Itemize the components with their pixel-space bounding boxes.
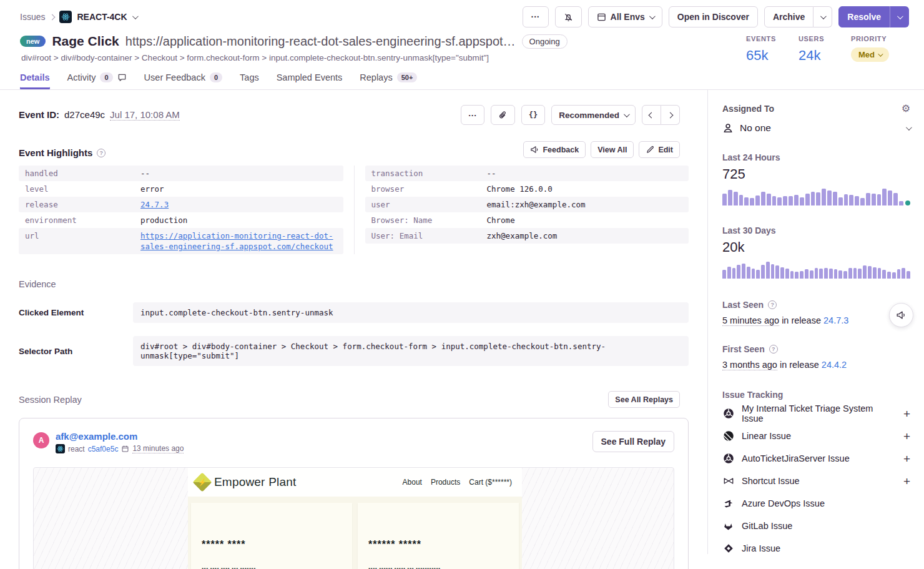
breadcrumb-issues-link[interactable]: Issues bbox=[20, 12, 45, 22]
tab-sampled-events[interactable]: Sampled Events bbox=[277, 72, 343, 89]
topbar-actions: ··· All Envs Open in Discover Archive Re… bbox=[523, 6, 909, 27]
bell-slash-icon bbox=[564, 12, 573, 22]
resolve-split-button: Resolve bbox=[838, 6, 909, 27]
spark-bar bbox=[744, 197, 749, 205]
assignee-dropdown[interactable]: No one bbox=[722, 122, 910, 134]
events-stat-value[interactable]: 65k bbox=[746, 47, 777, 64]
chevron-down-icon bbox=[624, 111, 630, 117]
archive-split-button: Archive bbox=[764, 6, 832, 27]
event-id-label: Event ID: bbox=[19, 109, 59, 120]
paperclip-icon bbox=[498, 111, 508, 120]
json-button[interactable]: {} bbox=[521, 105, 545, 125]
add-issue-button[interactable]: + bbox=[903, 408, 910, 420]
attachments-button[interactable] bbox=[491, 105, 515, 125]
spark-bar bbox=[892, 272, 896, 279]
floating-feedback-button[interactable] bbox=[889, 303, 913, 327]
spark-bar bbox=[833, 192, 837, 205]
open-in-discover-button[interactable]: Open in Discover bbox=[669, 6, 758, 27]
edit-highlights-button[interactable]: Edit bbox=[639, 141, 680, 158]
users-stat-value[interactable]: 24k bbox=[799, 47, 830, 64]
activity-count-badge: 0 bbox=[100, 72, 112, 82]
spark-bar bbox=[732, 268, 736, 279]
archive-dropdown-button[interactable] bbox=[813, 6, 832, 27]
chevron-down-icon[interactable] bbox=[132, 13, 139, 19]
issue-title: Rage Click bbox=[52, 34, 119, 49]
archive-button[interactable]: Archive bbox=[764, 6, 813, 27]
previous-event-button[interactable] bbox=[642, 105, 661, 125]
environment-selector[interactable]: All Envs bbox=[588, 6, 662, 27]
react-project-icon bbox=[56, 444, 65, 453]
spark-bar bbox=[811, 192, 815, 205]
spark-bar bbox=[767, 194, 771, 205]
replay-nav-about: About bbox=[403, 478, 422, 487]
window-icon bbox=[597, 12, 606, 22]
spark-bar bbox=[766, 262, 770, 279]
highlight-row: release24.7.3 bbox=[19, 197, 343, 212]
spark-bar bbox=[810, 270, 813, 279]
last-24h-chart bbox=[722, 189, 910, 205]
help-icon[interactable]: ? bbox=[769, 345, 778, 354]
spark-bar bbox=[858, 269, 862, 279]
gear-icon[interactable]: ⚙ bbox=[902, 104, 910, 114]
feedback-button[interactable]: Feedback bbox=[523, 141, 586, 158]
view-all-button[interactable]: View All bbox=[591, 141, 634, 158]
mute-button[interactable] bbox=[555, 6, 582, 27]
first-seen-time[interactable]: 3 months ago bbox=[722, 360, 777, 370]
spark-bar bbox=[860, 198, 865, 205]
issue-tracking-item: Linear Issue + bbox=[722, 425, 910, 447]
event-more-options-button[interactable]: ··· bbox=[461, 105, 484, 125]
tab-replays[interactable]: Replays 50+ bbox=[360, 72, 417, 89]
see-full-replay-button[interactable]: See Full Replay bbox=[592, 431, 674, 452]
spark-bar bbox=[785, 269, 789, 279]
spark-bar bbox=[893, 193, 898, 205]
priority-dropdown[interactable]: Med bbox=[851, 47, 889, 62]
evidence-title: Evidence bbox=[19, 279, 689, 289]
issue-culprit-url: https://application-monitoring-react-dot… bbox=[125, 34, 516, 49]
clicked-element-label: Clicked Element bbox=[19, 308, 133, 317]
replay-preview[interactable]: ⚡ Empower Plant About Products Cart ($**… bbox=[33, 467, 674, 569]
event-timestamp[interactable]: Jul 17, 10:08 AM bbox=[110, 109, 180, 121]
spark-bar bbox=[783, 196, 787, 205]
empower-plant-logo-icon: ⚡ bbox=[192, 472, 212, 492]
issue-details-page: Issues REACT-4CK ··· All Envs Open in Di… bbox=[0, 0, 924, 569]
spark-bar bbox=[789, 196, 793, 205]
add-issue-button[interactable]: + bbox=[903, 430, 910, 442]
spark-bar bbox=[873, 267, 877, 279]
help-icon[interactable]: ? bbox=[768, 300, 777, 309]
person-icon bbox=[722, 122, 734, 134]
spark-bar bbox=[800, 197, 804, 206]
last-seen-release-link[interactable]: 24.7.3 bbox=[823, 315, 848, 325]
add-issue-button[interactable]: + bbox=[903, 453, 910, 465]
replay-time-ago[interactable]: 13 minutes ago bbox=[132, 444, 184, 453]
chevron-left-icon bbox=[649, 112, 655, 118]
last-seen-time[interactable]: 5 minutes ago bbox=[722, 315, 779, 326]
tab-tags[interactable]: Tags bbox=[240, 72, 259, 89]
resolve-dropdown-button[interactable] bbox=[890, 6, 909, 27]
clicked-element-value: input.complete-checkout-btn.sentry-unmas… bbox=[133, 302, 689, 323]
tab-user-feedback[interactable]: User Feedback 0 bbox=[144, 72, 222, 89]
more-options-button[interactable]: ··· bbox=[523, 6, 549, 27]
replay-id-link[interactable]: c5af0e5c bbox=[88, 445, 119, 453]
spark-bar bbox=[805, 194, 810, 205]
next-event-button[interactable] bbox=[661, 105, 680, 125]
url-link[interactable]: https://application-monitoring-react-dot… bbox=[140, 230, 337, 252]
azure-devops-icon bbox=[722, 498, 734, 510]
add-issue-button[interactable]: + bbox=[903, 475, 910, 487]
replay-user-link[interactable]: afk@example.com bbox=[56, 431, 184, 442]
breadcrumb-issue-id[interactable]: REACT-4CK bbox=[77, 12, 127, 22]
see-all-replays-button[interactable]: See All Replays bbox=[608, 391, 680, 408]
help-icon[interactable]: ? bbox=[97, 149, 106, 157]
resolve-button[interactable]: Resolve bbox=[838, 6, 890, 27]
comment-icon bbox=[117, 72, 127, 82]
spark-bar bbox=[907, 271, 910, 279]
tab-activity[interactable]: Activity 0 bbox=[67, 72, 127, 89]
highlight-row: transaction-- bbox=[365, 166, 689, 181]
event-selector-dropdown[interactable]: Recommended bbox=[551, 105, 636, 125]
spark-bar bbox=[897, 269, 901, 279]
release-link[interactable]: 24.7.3 bbox=[140, 199, 337, 210]
highlight-row: urlhttps://application-monitoring-react-… bbox=[19, 228, 343, 254]
first-seen-release-link[interactable]: 24.4.2 bbox=[822, 360, 847, 370]
tab-details[interactable]: Details bbox=[20, 72, 50, 89]
chevron-right-icon bbox=[667, 112, 674, 118]
gitlab-icon bbox=[722, 520, 734, 532]
